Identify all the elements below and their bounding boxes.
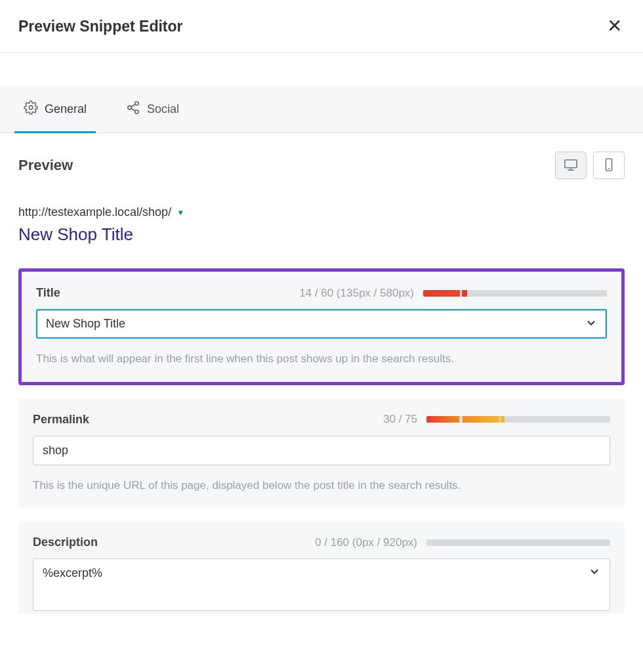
modal-header: Preview Snippet Editor ✕: [0, 0, 643, 53]
preview-heading: Preview: [18, 157, 73, 174]
dropdown-caret-icon: ▼: [176, 208, 184, 217]
svg-point-2: [128, 106, 132, 110]
svg-line-4: [131, 108, 135, 111]
permalink-input-row: [33, 436, 610, 465]
permalink-card: Permalink 30 / 75 This is the unique URL…: [18, 398, 625, 509]
permalink-meter-fill-2: [463, 416, 499, 423]
tab-general[interactable]: General: [18, 86, 92, 133]
tab-social-label: Social: [147, 102, 179, 116]
mobile-icon: [602, 158, 616, 174]
modal-title: Preview Snippet Editor: [18, 18, 183, 35]
description-card: Description 0 / 160 (0px / 920px): [18, 521, 625, 614]
snippet-title: New Shop Title: [18, 224, 625, 245]
title-card: Title 14 / 60 (135px / 580px) This is wh…: [18, 268, 625, 385]
share-icon: [126, 100, 140, 118]
snippet-url-text: http://testexample.local/shop/: [18, 205, 171, 219]
device-toggle: [555, 152, 625, 179]
permalink-counter: 30 / 75: [383, 413, 417, 426]
svg-line-5: [131, 104, 135, 107]
svg-point-0: [29, 106, 33, 110]
title-meter-fill-1: [423, 290, 460, 297]
gear-icon: [24, 100, 38, 118]
snippet-url[interactable]: http://testexample.local/shop/ ▼: [18, 205, 625, 219]
content: Preview http://testexample.local/shop/ ▼…: [0, 133, 643, 632]
preview-header-row: Preview: [18, 152, 625, 179]
description-counter: 0 / 160 (0px / 920px): [315, 536, 417, 549]
desktop-button[interactable]: [555, 152, 587, 179]
description-input[interactable]: [33, 558, 610, 611]
svg-rect-6: [565, 159, 577, 167]
tab-bar: General Social: [0, 86, 643, 133]
permalink-helper: This is the unique URL of this page, dis…: [33, 477, 610, 494]
desktop-icon: [564, 158, 578, 174]
title-meter: [423, 290, 607, 297]
permalink-meter: [426, 416, 610, 423]
description-card-head: Description 0 / 160 (0px / 920px): [33, 536, 610, 549]
spacer: [0, 53, 643, 86]
title-meter-wrap: 14 / 60 (135px / 580px): [299, 287, 607, 300]
description-label: Description: [33, 536, 98, 549]
title-label: Title: [36, 286, 60, 300]
svg-point-3: [135, 110, 139, 114]
close-button[interactable]: ✕: [604, 14, 625, 38]
description-input-row: [33, 558, 610, 614]
title-input-row: [36, 309, 607, 339]
permalink-meter-wrap: 30 / 75: [383, 413, 610, 426]
tab-social[interactable]: Social: [121, 86, 184, 133]
title-counter: 14 / 60 (135px / 580px): [299, 287, 414, 300]
title-card-head: Title 14 / 60 (135px / 580px): [36, 286, 607, 300]
permalink-card-head: Permalink 30 / 75: [33, 413, 610, 427]
svg-point-1: [135, 102, 139, 106]
permalink-meter-fill-1: [426, 416, 459, 423]
title-meter-fill-2: [462, 290, 467, 297]
tab-general-label: General: [45, 102, 87, 116]
close-icon: ✕: [607, 16, 622, 36]
title-input[interactable]: [36, 309, 607, 339]
description-meter: [426, 539, 610, 546]
permalink-label: Permalink: [33, 413, 89, 427]
permalink-input[interactable]: [33, 436, 610, 465]
mobile-button[interactable]: [593, 152, 625, 179]
title-helper: This is what will appear in the first li…: [36, 350, 607, 368]
description-meter-wrap: 0 / 160 (0px / 920px): [315, 536, 610, 549]
permalink-meter-fill-3: [501, 416, 505, 423]
